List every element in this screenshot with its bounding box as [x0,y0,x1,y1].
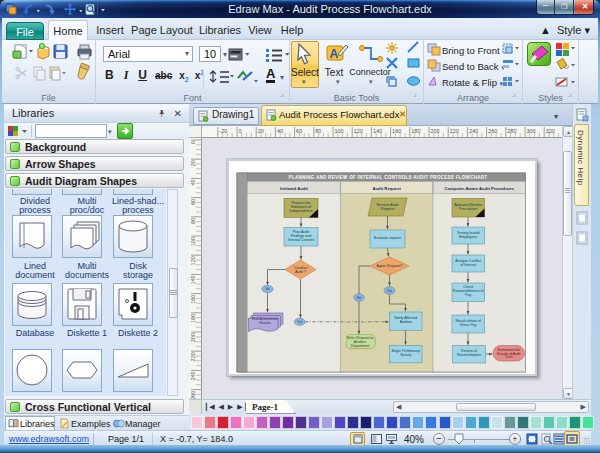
svg-text:A: A [330,47,339,61]
svg-text:PLANNING AND REVIEW OF INTERNA: PLANNING AND REVIEW OF INTERNAL CONTROLS… [289,175,488,180]
svg-text:No: No [265,287,269,291]
svg-text:220: 220 [190,352,196,361]
svg-text:Yes: Yes [297,320,303,324]
svg-text:0: 0 [190,141,196,144]
svg-text:Audit Request: Audit Request [373,186,402,191]
svg-text:60: 60 [190,199,196,205]
svg-text:240: 240 [190,371,196,380]
svg-text:80: 80 [190,218,196,224]
svg-text:Computer-Aware Audit Procedure: Computer-Aware Audit Procedures [444,186,514,191]
svg-text:Yes: Yes [387,289,393,293]
svg-text:No: No [357,296,361,300]
svg-text:Prepare theStatement ofIndepen: Prepare theStatement ofIndependence [290,201,313,213]
svg-text:20: 20 [190,160,196,166]
svg-text:100: 100 [190,237,196,246]
svg-text:Agree Request?: Agree Request? [377,264,403,268]
svg-text:120: 120 [190,256,196,265]
svg-text:Testing InvalidEmployees: Testing InvalidEmployees [457,231,480,239]
svg-text:Initiated Audit: Initiated Audit [280,186,308,191]
svg-text:Evaluate request: Evaluate request [374,236,401,240]
svg-text:200: 200 [190,333,196,342]
svg-text:180: 180 [190,314,196,323]
svg-text:-20: -20 [219,128,227,134]
svg-text:260: 260 [190,391,196,399]
svg-text:140: 140 [190,275,196,284]
svg-text:40: 40 [190,179,196,185]
svg-text:ConductAudit ?: ConductAudit ? [294,266,307,274]
svg-text:160: 160 [190,295,196,304]
svg-text:0: 0 [239,128,242,134]
